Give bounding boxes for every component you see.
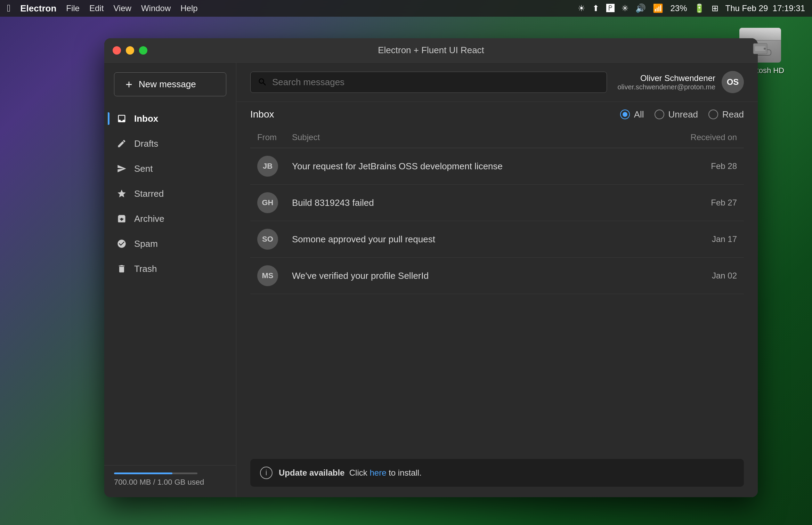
inbox-toolbar: Inbox All Unread Read <box>236 102 758 127</box>
email-date-3: Jan 02 <box>660 271 737 281</box>
filter-read-label: Read <box>722 109 744 120</box>
email-subject-0: Your request for JetBrains OSS developme… <box>292 161 660 172</box>
app-body: New message Inbox <box>104 63 758 497</box>
sidebar-item-drafts[interactable]: Drafts <box>108 131 233 156</box>
new-message-label: New message <box>139 79 196 90</box>
info-icon: i <box>260 467 273 479</box>
email-subject-3: We've verified your profile SellerId <box>292 270 660 281</box>
edit-menu[interactable]: Edit <box>89 3 104 13</box>
brightness-icon[interactable]: ☀ <box>578 3 585 13</box>
trash-icon <box>115 262 128 275</box>
star-icon <box>115 187 128 200</box>
battery-icon: 🔋 <box>694 3 705 13</box>
filter-all-label: All <box>634 109 644 120</box>
radio-read-indicator <box>708 110 718 119</box>
main-content: Oliver Schwendener oliver.schwendener@pr… <box>236 63 758 497</box>
search-icon <box>258 77 267 87</box>
col-received: Received on <box>660 132 737 142</box>
main-header: Oliver Schwendener oliver.schwendener@pr… <box>236 63 758 102</box>
control-center-icon[interactable]: ⊞ <box>712 3 718 13</box>
svg-point-2 <box>764 48 766 50</box>
window-menu[interactable]: Window <box>141 3 171 13</box>
sidebar-item-starred[interactable]: Starred <box>108 181 233 206</box>
battery-percentage: 23% <box>670 3 687 13</box>
file-menu[interactable]: File <box>66 3 80 13</box>
sender-avatar-so: SO <box>257 229 278 250</box>
email-row[interactable]: MS We've verified your profile SellerId … <box>250 258 744 294</box>
compose-icon <box>124 80 134 89</box>
apple-menu[interactable]:  <box>7 3 10 14</box>
col-subject: Subject <box>292 132 660 142</box>
archive-label: Archive <box>134 213 164 224</box>
app-menu[interactable]: Electron <box>20 3 56 14</box>
spam-label: Spam <box>134 239 158 249</box>
inbox-title: Inbox <box>250 109 274 120</box>
filter-group: All Unread Read <box>620 109 744 120</box>
window-controls <box>113 46 147 55</box>
sidebar-item-archive[interactable]: Archive <box>108 206 233 231</box>
email-date-1: Feb 27 <box>660 198 737 208</box>
filter-unread[interactable]: Unread <box>655 109 698 120</box>
email-date-2: Jan 17 <box>660 234 737 244</box>
user-avatar[interactable]: OS <box>722 71 744 93</box>
sidebar: New message Inbox <box>104 63 236 497</box>
notification-icon[interactable]: ⬆ <box>592 3 599 13</box>
window-title: Electron + Fluent UI React <box>378 45 484 56</box>
email-row[interactable]: GH Build 8319243 failed Feb 27 <box>250 185 744 221</box>
sender-avatar-gh: GH <box>257 192 278 213</box>
p-icon[interactable]: 🅿 <box>606 3 615 13</box>
sender-avatar-jb: JB <box>257 156 278 177</box>
email-list-header: From Subject Received on <box>250 127 744 148</box>
inbox-icon <box>115 112 128 125</box>
sender-avatar-ms: MS <box>257 265 278 286</box>
storage-track <box>114 472 197 474</box>
menubar-datetime: Thu Feb 29 17:19:31 <box>725 3 805 13</box>
storage-fill <box>114 472 172 474</box>
sent-label: Sent <box>134 163 153 174</box>
email-row[interactable]: JB Your request for JetBrains OSS develo… <box>250 148 744 185</box>
sidebar-item-inbox[interactable]: Inbox <box>108 106 233 131</box>
archive-icon <box>115 212 128 225</box>
search-box[interactable] <box>250 72 607 93</box>
storage-label: 700.00 MB / 1.00 GB used <box>114 478 226 487</box>
update-bold: Update available <box>279 468 344 477</box>
col-from: From <box>257 132 292 142</box>
email-list: From Subject Received on JB Your request… <box>236 127 758 452</box>
email-subject-2: Somone approved your pull request <box>292 234 660 245</box>
filter-read[interactable]: Read <box>708 109 744 120</box>
sidebar-item-spam[interactable]: Spam <box>108 231 233 256</box>
maximize-button[interactable] <box>139 46 147 55</box>
update-banner: i Update available Click here to install… <box>250 459 744 487</box>
starred-label: Starred <box>134 188 164 199</box>
wifi-icon[interactable]: 📶 <box>653 3 663 13</box>
sidebar-item-sent[interactable]: Sent <box>108 156 233 181</box>
trash-label: Trash <box>134 264 157 274</box>
bluetooth-icon[interactable]: ✳ <box>622 3 628 13</box>
volume-icon[interactable]: 🔊 <box>635 3 646 13</box>
user-email: oliver.schwendener@proton.me <box>617 83 715 91</box>
filter-all[interactable]: All <box>620 109 644 120</box>
user-profile: Oliver Schwendener oliver.schwendener@pr… <box>617 71 744 93</box>
menubar:  Electron File Edit View Window Help ☀ … <box>0 0 812 17</box>
update-text-before: Click <box>349 468 367 477</box>
spam-icon <box>115 237 128 250</box>
email-row[interactable]: SO Somone approved your pull request Jan… <box>250 221 744 258</box>
radio-all-indicator <box>620 110 630 119</box>
minimize-button[interactable] <box>126 46 134 55</box>
view-menu[interactable]: View <box>113 3 131 13</box>
sent-icon <box>115 162 128 175</box>
sidebar-nav: Inbox Drafts <box>104 106 236 465</box>
titlebar: Electron + Fluent UI React <box>104 38 758 63</box>
update-link[interactable]: here <box>370 468 386 477</box>
user-info: Oliver Schwendener oliver.schwendener@pr… <box>617 73 715 91</box>
new-message-button[interactable]: New message <box>114 72 226 96</box>
sidebar-footer: 700.00 MB / 1.00 GB used <box>104 465 236 497</box>
help-menu[interactable]: Help <box>180 3 197 13</box>
sidebar-item-trash[interactable]: Trash <box>108 256 233 281</box>
drafts-icon <box>115 137 128 150</box>
inbox-label: Inbox <box>134 113 158 124</box>
search-input[interactable] <box>272 77 600 88</box>
update-text-after: to install. <box>389 468 422 477</box>
close-button[interactable] <box>113 46 121 55</box>
email-date-0: Feb 28 <box>660 161 737 171</box>
